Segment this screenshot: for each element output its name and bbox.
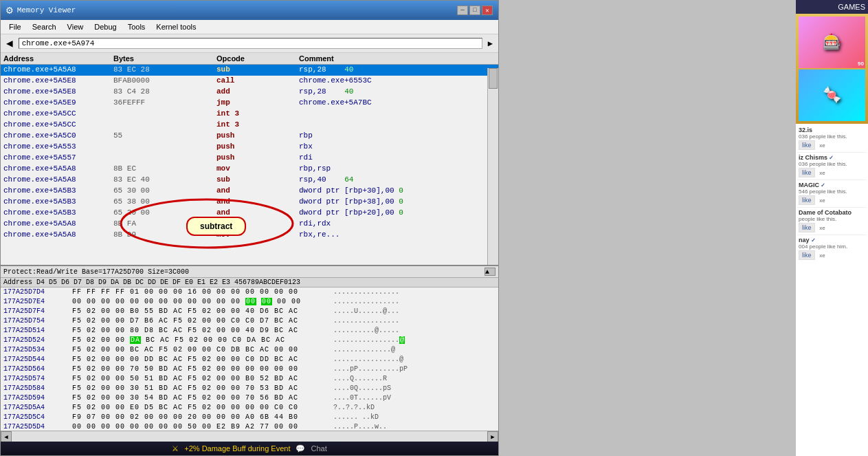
- see-more-3[interactable]: xe: [819, 197, 825, 204]
- disasm-operands: dword ptr [rbp+20],00 0: [299, 208, 496, 217]
- memory-row[interactable]: 177A25D5D4 00 00 00 00 00 00 00 00 50 00…: [1, 422, 498, 431]
- disasm-row[interactable]: chrome.exe+5A5A8 83 EC 40 sub rsp,40 64: [1, 175, 498, 186]
- like-button-4[interactable]: like: [799, 223, 815, 232]
- close-button[interactable]: ✕: [482, 6, 493, 15]
- see-more-4[interactable]: xe: [819, 225, 825, 231]
- see-more[interactable]: xe: [819, 142, 825, 149]
- address-go-icon[interactable]: ▶: [488, 39, 493, 49]
- disasm-row[interactable]: chrome.exe+5A5CC int 3: [1, 109, 498, 120]
- disasm-bytes: BFAB0000: [113, 76, 216, 85]
- disasm-addr: chrome.exe+5A5C0: [3, 131, 113, 140]
- address-arrow-icon: ◀: [6, 36, 13, 50]
- mem-ascii: ...... ..kD: [333, 413, 496, 421]
- memory-row[interactable]: 177A25D584 F5 02 00 00 30 51 BD AC F5 02…: [1, 384, 498, 393]
- disasm-row[interactable]: chrome.exe+5A5C0 55 push rbp: [1, 131, 498, 142]
- memory-row[interactable]: 177A25D7D4 FF FF FF FF 01 00 00 00 16 00…: [1, 287, 498, 297]
- memory-row[interactable]: 177A25D5A4 F5 02 00 00 E0 D5 BC AC F5 02…: [1, 403, 498, 413]
- memory-row[interactable]: 177A25D5C4 F9 07 00 00 02 00 00 00 20 00…: [1, 413, 498, 422]
- disasm-operands: chrome.exe+6553C: [299, 76, 496, 85]
- memory-row[interactable]: 177A25D7E4 00 00 00 00 00 00 00 00 00 00…: [1, 297, 498, 307]
- see-more-2[interactable]: xe: [819, 170, 825, 176]
- mem-addr: 177A25D7D4: [3, 288, 72, 296]
- memory-row[interactable]: 177A25D534 F5 02 00 00 BC AC F5 02 00 00…: [1, 345, 498, 355]
- menu-search[interactable]: Search: [27, 21, 62, 32]
- disasm-addr: chrome.exe+5A5A8: [3, 164, 113, 173]
- verified-icon: ✓: [829, 155, 834, 161]
- disasm-scrollbar[interactable]: [487, 68, 498, 265]
- disasm-row[interactable]: chrome.exe+5A5E8 BFAB0000 call chrome.ex…: [1, 76, 498, 87]
- disasm-row[interactable]: chrome.exe+5A5CC int 3: [1, 120, 498, 131]
- memory-row[interactable]: 177A25D514 F5 02 00 00 80 D8 BC AC F5 02…: [1, 326, 498, 336]
- social-items-container: 32.is 036 people like this. like xe iz C…: [796, 124, 868, 456]
- mem-bytes: F5 02 00 00 70 50 BD AC F5 02 00 00 00 0…: [72, 365, 333, 373]
- scrollbar-thumb[interactable]: [489, 68, 498, 89]
- disasm-section: Address Bytes Opcode Comment chrome.exe+…: [1, 53, 498, 266]
- mem-addr: 177A25D5C4: [3, 413, 72, 421]
- maximize-button[interactable]: □: [469, 6, 480, 15]
- tooltip-container: subtract: [186, 217, 246, 236]
- disasm-bytes: 55: [113, 131, 216, 140]
- menu-tools[interactable]: Tools: [122, 21, 151, 32]
- game-tile-1[interactable]: 🎰 90: [799, 17, 865, 68]
- col-address: Address: [3, 54, 113, 63]
- memory-row[interactable]: 177A25D524 F5 02 00 00 DA BC AC F5 02 00…: [1, 336, 498, 345]
- hscroll-track[interactable]: [12, 431, 487, 442]
- disasm-row[interactable]: chrome.exe+5A5B3 65 30 00 and dword ptr …: [1, 186, 498, 197]
- menu-debug[interactable]: Debug: [89, 21, 122, 32]
- mem-bytes: F5 02 00 00 30 54 BD AC F5 02 00 00 70 5…: [72, 394, 333, 402]
- like-button-5[interactable]: like: [799, 250, 815, 260]
- disasm-opcode: jmp: [216, 98, 299, 107]
- subtract-tooltip: subtract: [186, 217, 246, 236]
- chat-btn[interactable]: Chat: [311, 444, 326, 453]
- disasm-row[interactable]: chrome.exe+5A5A8 8B D9 mov rbx,re...: [1, 230, 498, 241]
- disasm-operands: rsp,40 64: [299, 175, 496, 184]
- minimize-button[interactable]: ─: [457, 6, 468, 15]
- game-tile-2[interactable]: 🍬: [799, 69, 865, 121]
- menu-file[interactable]: File: [3, 21, 27, 32]
- see-more-5[interactable]: xe: [819, 252, 825, 259]
- mem-addr: 177A25D514: [3, 327, 72, 334]
- highlight-byte: DA: [130, 336, 141, 344]
- address-input[interactable]: [19, 38, 482, 49]
- disasm-row[interactable]: chrome.exe+5A557 push rdi: [1, 153, 498, 164]
- mem-addr: 177A25D594: [3, 394, 72, 402]
- like-button-3[interactable]: like: [799, 195, 815, 205]
- highlight-byte: 00: [261, 298, 272, 305]
- disasm-row[interactable]: chrome.exe+5A5A8 8B FA mov rdi,rdx: [1, 219, 498, 230]
- like-button[interactable]: like: [799, 140, 815, 150]
- disasm-row[interactable]: chrome.exe+5A553 push rbx: [1, 142, 498, 153]
- memory-row[interactable]: 177A25D594 F5 02 00 00 30 54 BD AC F5 02…: [1, 393, 498, 403]
- mem-ascii: ................@: [333, 336, 496, 344]
- memory-row[interactable]: 177A25D564 F5 02 00 00 70 50 BD AC F5 02…: [1, 365, 498, 374]
- disasm-row[interactable]: chrome.exe+5A5E8 83 C4 28 add rsp,28 40: [1, 87, 498, 98]
- titlebar-left: ⚙ Memory Viewer: [6, 3, 76, 17]
- disasm-row[interactable]: chrome.exe+5A5A8 8B EC mov rbp,rsp: [1, 164, 498, 175]
- disasm-opcode: int 3: [216, 109, 299, 118]
- memory-row[interactable]: 177A25D754 F5 02 00 00 D7 B6 AC F5 02 00…: [1, 316, 498, 326]
- disasm-addr: chrome.exe+5A5A8: [3, 65, 113, 74]
- hscroll-left-btn[interactable]: ◀: [1, 431, 12, 442]
- hscroll-right-btn[interactable]: ▶: [487, 431, 498, 442]
- mem-addr: 177A25D5A4: [3, 404, 72, 411]
- memory-row[interactable]: 177A25D574 F5 02 00 00 50 51 BD AC F5 02…: [1, 374, 498, 384]
- disasm-operands: rbx: [299, 142, 496, 151]
- verified-icon-5: ✓: [811, 237, 816, 243]
- memory-scroll-up[interactable]: ▲: [485, 268, 496, 276]
- col-comment: Comment: [299, 54, 496, 63]
- disasm-row[interactable]: chrome.exe+5A5E9 36FEFFF jmp chrome.exe+…: [1, 98, 498, 109]
- disasm-row[interactable]: chrome.exe+5A5A8 83 EC 28 sub rsp,28 40: [1, 65, 498, 76]
- memory-row[interactable]: 177A25D7F4 F5 02 00 00 B0 55 BD AC F5 02…: [1, 307, 498, 316]
- social-game-name-2: iz Chisms ✓: [799, 154, 865, 161]
- disasm-bytes: [113, 153, 216, 162]
- disasm-row[interactable]: chrome.exe+5A5B3 65 20 00 and dword ptr …: [1, 208, 498, 219]
- menu-view[interactable]: View: [62, 21, 89, 32]
- mem-ascii: ..........@.....: [333, 327, 496, 334]
- like-button-2[interactable]: like: [799, 168, 815, 177]
- memory-row[interactable]: 177A25D544 F5 02 00 00 00 DD BC AC F5 02…: [1, 355, 498, 365]
- disasm-row[interactable]: chrome.exe+5A5B3 65 38 00 and dword ptr …: [1, 197, 498, 208]
- disasm-operands: rbx,re...: [299, 230, 496, 239]
- disasm-addr: chrome.exe+5A5A8: [3, 230, 113, 239]
- social-game-name-5: nay ✓: [799, 237, 865, 243]
- menu-kernel-tools[interactable]: Kernel tools: [151, 21, 201, 32]
- social-game-name-4: Dame of Cotabato: [799, 209, 865, 216]
